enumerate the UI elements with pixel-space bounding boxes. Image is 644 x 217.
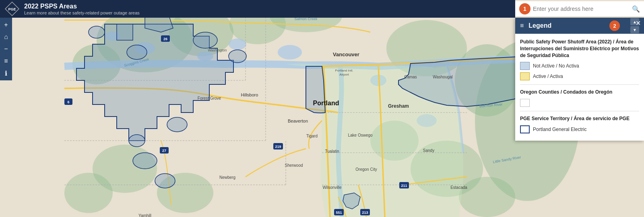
pge-label: Portland General Electric (533, 127, 586, 132)
svg-text:Sandy: Sandy (423, 148, 434, 153)
svg-text:219: 219 (275, 145, 281, 149)
svg-point-39 (129, 135, 145, 147)
svg-text:Vancouver: Vancouver (333, 51, 359, 57)
legend-item-inactive: Not Active / No Activa (520, 62, 639, 70)
svg-text:Newberg: Newberg (219, 175, 235, 180)
svg-point-34 (89, 26, 105, 38)
svg-text:Lake Oswego: Lake Oswego (348, 133, 373, 137)
search-bar: 1 🔍 (515, 1, 644, 16)
legend-item-active: Active / Activa (520, 72, 639, 80)
svg-point-37 (133, 153, 157, 169)
svg-text:Airport: Airport (339, 73, 349, 76)
svg-text:Yamhill: Yamhill (138, 213, 151, 217)
psps-section-title: Public Safety Power Shutoff Area (2022) … (520, 39, 639, 59)
svg-point-33 (127, 45, 147, 59)
svg-text:Tualatin: Tualatin (325, 149, 339, 154)
svg-text:Portland Intl.: Portland Intl. (335, 69, 353, 72)
svg-text:Forest Grove: Forest Grove (198, 96, 221, 100)
svg-text:Portland: Portland (313, 100, 339, 106)
svg-text:Tigard: Tigard (306, 134, 318, 138)
layers-button[interactable]: ≡ (0, 55, 12, 67)
header-title: 2022 PSPS Areas (24, 2, 140, 10)
pge-swatch (520, 125, 530, 133)
svg-point-38 (155, 174, 175, 188)
legend-header: ≡ Legend ▲ ▼ 2 ✕ (515, 18, 644, 34)
svg-text:PGE: PGE (8, 7, 16, 11)
svg-text:551: 551 (336, 211, 342, 215)
legend-badge: 2 (609, 20, 620, 31)
svg-point-18 (229, 39, 246, 50)
legend-close-button[interactable]: ✕ (636, 20, 641, 27)
header-bar: PGE 2022 PSPS Areas Learn more about the… (0, 0, 515, 18)
svg-point-36 (167, 117, 187, 132)
svg-text:Beaverton: Beaverton (288, 119, 308, 123)
svg-point-19 (278, 45, 302, 59)
logo-area: PGE (5, 2, 19, 16)
legend-body: Public Safety Power Shutoff Area (2022) … (515, 34, 644, 141)
header-text: 2022 PSPS Areas Learn more about these s… (24, 2, 140, 15)
svg-text:Washougal: Washougal (433, 75, 453, 79)
svg-point-35 (229, 50, 246, 63)
left-toolbar: + ⌂ − ≡ ℹ (0, 18, 12, 80)
legend-divider-2 (520, 111, 639, 111)
svg-text:Estacada: Estacada (450, 185, 467, 190)
legend-collapse-button[interactable]: ▼ (630, 26, 639, 33)
svg-text:6: 6 (67, 100, 69, 104)
svg-text:Washington: Washington (208, 48, 227, 52)
svg-text:Camas: Camas (404, 75, 417, 79)
svg-text:Wilsonville: Wilsonville (322, 185, 342, 190)
svg-point-10 (64, 173, 113, 213)
home-button[interactable]: ⌂ (0, 31, 12, 43)
info-button[interactable]: ℹ (0, 68, 12, 79)
svg-point-13 (459, 177, 515, 217)
active-swatch (520, 72, 530, 80)
svg-text:213: 213 (362, 211, 368, 215)
zoom-out-button[interactable]: − (0, 43, 12, 55)
legend-divider-1 (520, 84, 639, 85)
legend-item-county (520, 99, 639, 107)
svg-text:211: 211 (401, 184, 407, 188)
pge-logo: PGE (5, 2, 19, 16)
zoom-in-button[interactable]: + (0, 19, 12, 31)
legend-menu-icon: ≡ (520, 22, 524, 29)
svg-text:Sherwood: Sherwood (285, 163, 303, 168)
counties-section-title: Oregon Counties / Condados de Oregón (520, 89, 639, 96)
county-swatch (520, 99, 530, 107)
svg-text:Gresham: Gresham (388, 103, 409, 109)
legend-panel: ≡ Legend ▲ ▼ 2 ✕ Public Safety Power Shu… (515, 18, 644, 141)
legend-item-pge: Portland General Electric (520, 125, 639, 133)
active-label: Active / Activa (533, 74, 563, 79)
svg-point-32 (193, 32, 217, 48)
inactive-label: Not Active / No Activa (533, 63, 579, 69)
address-search-input[interactable] (533, 6, 632, 12)
svg-text:27: 27 (162, 149, 166, 153)
inactive-swatch (520, 62, 530, 70)
svg-text:Oregon City: Oregon City (355, 167, 377, 172)
header-subtitle: Learn more about these safety-related po… (24, 10, 140, 15)
pge-section-title: PGE Service Territory / Área de servicio… (520, 115, 639, 122)
svg-text:Hillsboro: Hillsboro (241, 92, 258, 97)
search-badge: 1 (519, 3, 530, 14)
svg-text:26: 26 (163, 37, 167, 41)
search-icon[interactable]: 🔍 (632, 5, 640, 13)
